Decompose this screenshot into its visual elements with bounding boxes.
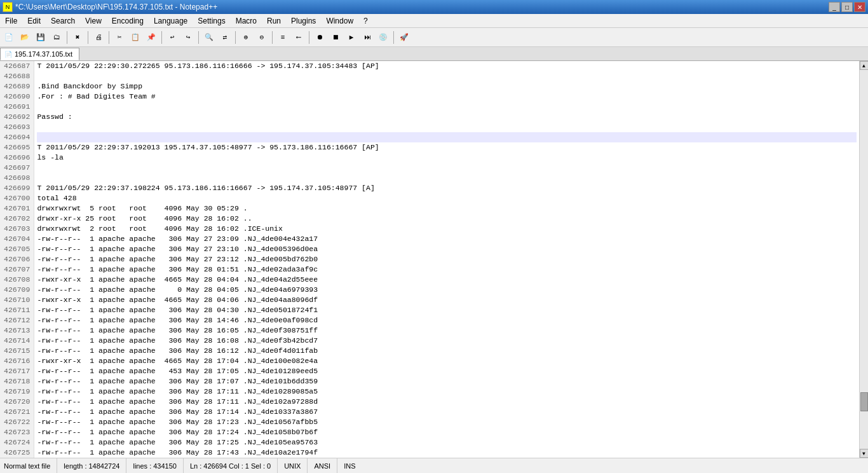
status-lines: lines : 434150	[126, 458, 184, 473]
macro-play-button[interactable]: ▶	[344, 30, 359, 45]
line-number: 426702	[4, 214, 30, 224]
open-button[interactable]: 📂	[17, 30, 32, 45]
minimize-button[interactable]: _	[829, 2, 840, 12]
menu-view[interactable]: View	[80, 14, 107, 27]
line-number: 426717	[4, 366, 30, 376]
macro-record-button[interactable]: ⏺	[312, 30, 327, 45]
line-text: .For : # Bad Digites Team #	[37, 92, 857, 102]
menu-search[interactable]: Search	[46, 14, 80, 27]
macro-next-button[interactable]: ⏭	[360, 30, 375, 45]
line-number: 426707	[4, 264, 30, 275]
content-area[interactable]: T 2011/05/29 22:29:30.272265 95.173.186.…	[34, 61, 859, 458]
copy-button[interactable]: 📋	[128, 30, 143, 45]
line-text: -rw-r--r-- 1 apache apache 306 May 28 01…	[37, 264, 857, 275]
scroll-up-arrow[interactable]: ▲	[860, 61, 869, 70]
line-number: 426695	[4, 142, 30, 153]
menu-window[interactable]: Window	[321, 14, 358, 27]
menu-plugins[interactable]: Plugins	[286, 14, 321, 27]
run-button[interactable]: 🚀	[397, 30, 412, 45]
line-text: Passwd :	[37, 112, 857, 122]
line-text: -rw-r--r-- 1 apache apache 306 May 28 14…	[37, 315, 857, 326]
macro-save-button[interactable]: 💿	[376, 30, 391, 45]
close-button[interactable]: ✖	[70, 30, 85, 45]
line-number: 426723	[4, 427, 30, 437]
toolbar-sep-6	[235, 31, 236, 44]
vertical-scrollbar[interactable]: ▲ ▼	[859, 61, 868, 458]
status-filetype: Normal text file	[4, 458, 57, 473]
line-number: 426700	[4, 193, 30, 203]
line-text	[37, 132, 857, 142]
line-text	[37, 173, 857, 183]
save-all-button[interactable]: 🗂	[49, 30, 64, 45]
toolbar-sep-8	[309, 31, 309, 44]
zoom-out-button[interactable]: ⊖	[254, 30, 269, 45]
zoom-in-button[interactable]: ⊕	[238, 30, 254, 45]
line-number: 426716	[4, 356, 30, 366]
line-text: .Bind Banckdoor by Simpp	[37, 81, 857, 92]
maximize-button[interactable]: □	[841, 2, 853, 12]
toolbar-sep-4	[161, 31, 162, 44]
line-text: -rw-r--r-- 1 apache apache 306 May 28 17…	[37, 387, 857, 397]
line-number: 426712	[4, 315, 30, 326]
line-number: 426692	[4, 112, 30, 122]
line-text: -rw-r--r-- 1 apache apache 306 May 28 17…	[37, 417, 857, 427]
tab-file[interactable]: 📄 195.174.37.105.txt	[0, 48, 79, 60]
line-number: 426690	[4, 92, 30, 102]
line-text: T 2011/05/29 22:29:37.198224 95.173.186.…	[37, 183, 857, 193]
line-number: 426698	[4, 173, 30, 183]
menu-file[interactable]: File	[0, 14, 22, 27]
scroll-thumb[interactable]	[860, 392, 868, 411]
line-text: -rw-r--r-- 1 apache apache 306 May 28 17…	[37, 427, 857, 437]
line-text: ls -la	[37, 153, 857, 163]
line-number: 426688	[4, 71, 30, 81]
scroll-track[interactable]	[860, 70, 868, 449]
line-number: 426703	[4, 224, 30, 234]
line-number: 426722	[4, 417, 30, 427]
sync-scroll-button[interactable]: ≡	[275, 30, 290, 45]
menu-encoding[interactable]: Encoding	[107, 14, 149, 27]
line-number: 426711	[4, 305, 30, 315]
status-bar: Normal text file length : 14842724 lines…	[0, 458, 868, 473]
redo-button[interactable]: ↪	[180, 30, 196, 45]
line-number: 426710	[4, 295, 30, 305]
menu-language[interactable]: Language	[149, 14, 193, 27]
wrap-button[interactable]: ⟵	[291, 30, 306, 45]
close-button[interactable]: ✕	[854, 2, 865, 12]
line-text: T 2011/05/29 22:29:37.192013 195.174.37.…	[37, 142, 857, 153]
scroll-down-arrow[interactable]: ▼	[860, 449, 869, 458]
print-button[interactable]: 🖨	[91, 30, 106, 45]
line-text: -rw-r--r-- 1 apache apache 306 May 28 16…	[37, 326, 857, 336]
line-text	[37, 102, 857, 112]
line-text: -rw-r--r-- 1 apache apache 306 May 28 17…	[37, 376, 857, 387]
status-ins: INS	[337, 458, 362, 473]
line-text: -rw-r--r-- 1 apache apache 306 May 28 16…	[37, 336, 857, 346]
save-button[interactable]: 💾	[33, 30, 48, 45]
line-text: total 428	[37, 193, 857, 203]
title-bar: N *C:\Users\Mert\Desktop\NF\195.174.37.1…	[0, 0, 868, 14]
tab-label: 195.174.37.105.txt	[15, 50, 72, 58]
toolbar-sep-2	[88, 31, 88, 44]
line-text: -rw-r--r-- 1 apache apache 453 May 28 17…	[37, 366, 857, 376]
toolbar-sep-7	[272, 31, 273, 44]
line-text: -rwxr-xr-x 1 apache apache 4665 May 28 0…	[37, 275, 857, 285]
new-button[interactable]: 📄	[1, 30, 17, 45]
line-text	[37, 163, 857, 173]
macro-stop-button[interactable]: ⏹	[328, 30, 343, 45]
find-button[interactable]: 🔍	[201, 30, 217, 45]
line-number: 426706	[4, 254, 30, 264]
undo-button[interactable]: ↩	[165, 30, 180, 45]
menu-run[interactable]: Run	[262, 14, 286, 27]
menu-settings[interactable]: Settings	[193, 14, 230, 27]
status-length: length : 14842724	[57, 458, 126, 473]
menu-macro[interactable]: Macro	[231, 14, 262, 27]
menu-bar: File Edit Search View Encoding Language …	[0, 14, 868, 28]
replace-button[interactable]: ⇄	[217, 30, 233, 45]
line-number: 426720	[4, 397, 30, 407]
paste-button[interactable]: 📌	[144, 30, 159, 45]
menu-help[interactable]: ?	[358, 14, 373, 27]
line-number: 426699	[4, 183, 30, 193]
menu-edit[interactable]: Edit	[22, 14, 46, 27]
cut-button[interactable]: ✂	[112, 30, 127, 45]
line-number: 426725	[4, 448, 30, 458]
line-number: 426701	[4, 203, 30, 214]
